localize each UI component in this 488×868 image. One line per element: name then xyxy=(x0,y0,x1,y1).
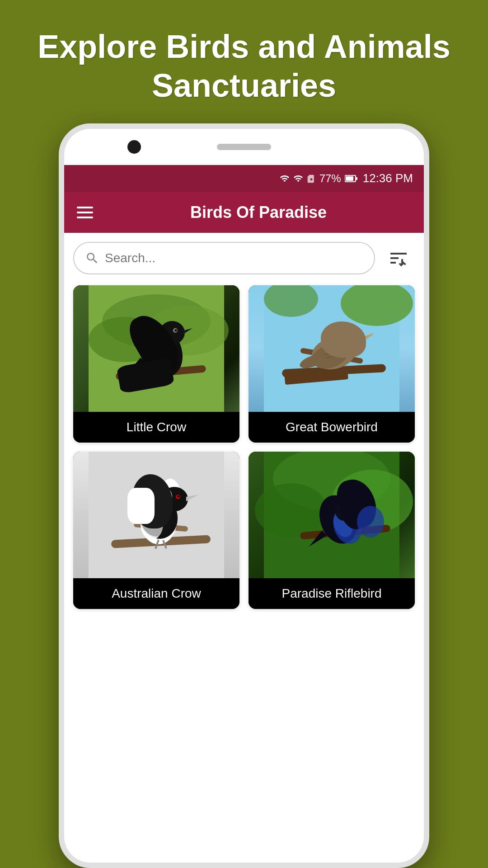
phone-frame: 77% 12:36 PM Birds Of Paradise xyxy=(59,123,429,868)
svg-point-58 xyxy=(351,494,356,499)
bird-label-little-crow: Little Crow xyxy=(73,412,239,443)
sort-icon xyxy=(388,247,409,269)
svg-point-13 xyxy=(174,329,177,332)
svg-point-25 xyxy=(353,335,357,339)
search-input[interactable] xyxy=(105,251,363,265)
svg-rect-31 xyxy=(89,452,224,578)
svg-point-42 xyxy=(178,495,180,497)
status-icons: 77% xyxy=(280,172,357,185)
sim-icon xyxy=(307,174,316,183)
svg-point-59 xyxy=(353,495,355,497)
svg-point-9 xyxy=(160,321,185,344)
phone-speaker xyxy=(217,144,271,150)
page-title: Explore Birds and Animals Sanctuaries xyxy=(18,27,470,105)
status-bar: 77% 12:36 PM xyxy=(64,165,424,192)
page-header: Explore Birds and Animals Sanctuaries xyxy=(0,0,488,123)
svg-point-5 xyxy=(89,317,161,362)
bird-image-little-crow xyxy=(73,285,239,412)
bird-card-little-crow[interactable]: Little Crow xyxy=(73,285,239,443)
bird-card-paradise-riflebird[interactable]: Paradise Riflebird xyxy=(249,452,415,609)
app-content: Little Crow xyxy=(64,233,424,863)
menu-button[interactable] xyxy=(77,207,93,218)
sort-filter-button[interactable] xyxy=(382,242,415,274)
battery-icon xyxy=(345,175,357,183)
battery-percent: 77% xyxy=(319,172,341,185)
svg-rect-1 xyxy=(346,176,353,181)
phone-notch xyxy=(64,129,424,165)
search-bar[interactable] xyxy=(73,242,375,274)
front-camera xyxy=(127,140,141,154)
svg-point-21 xyxy=(339,328,365,351)
svg-point-39 xyxy=(159,488,172,506)
signal-icon xyxy=(280,174,290,184)
bird-label-australian-crow: Australian Crow xyxy=(73,578,239,609)
svg-point-56 xyxy=(339,496,353,514)
search-row xyxy=(73,242,415,274)
svg-point-38 xyxy=(161,487,188,511)
app-bar-title: Birds Of Paradise xyxy=(106,203,411,222)
bird-card-great-bowerbird[interactable]: Great Bowerbird xyxy=(249,285,415,443)
svg-marker-57 xyxy=(361,492,371,501)
svg-point-22 xyxy=(334,335,352,355)
svg-point-48 xyxy=(255,483,327,538)
svg-point-55 xyxy=(335,498,353,521)
bird-grid: Little Crow xyxy=(73,285,415,609)
bird-label-great-bowerbird: Great Bowerbird xyxy=(249,412,415,443)
app-bar: Birds Of Paradise xyxy=(64,192,424,233)
wifi-icon xyxy=(293,174,303,184)
bird-card-australian-crow[interactable]: Australian Crow xyxy=(73,452,239,609)
svg-point-26 xyxy=(355,335,357,337)
svg-rect-2 xyxy=(356,177,357,180)
search-icon xyxy=(85,251,99,265)
bird-image-great-bowerbird xyxy=(249,285,415,412)
status-time: 12:36 PM xyxy=(363,171,413,185)
bird-label-paradise-riflebird: Paradise Riflebird xyxy=(249,578,415,609)
svg-point-54 xyxy=(337,488,362,510)
bird-image-paradise-riflebird xyxy=(249,452,415,578)
bird-image-australian-crow xyxy=(73,452,239,578)
